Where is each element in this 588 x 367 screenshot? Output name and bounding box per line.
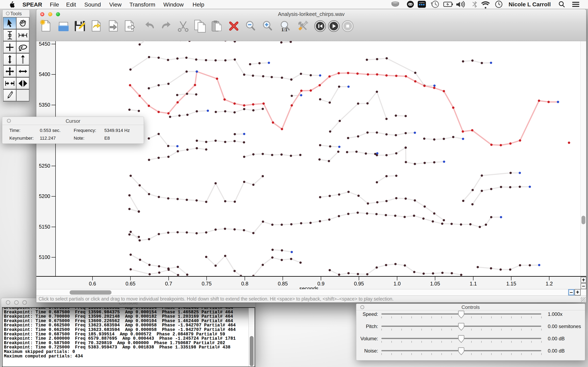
svg-text:Nicole L Carroll: Nicole L Carroll: [509, 1, 551, 8]
svg-text:GoPro: GoPro: [419, 2, 424, 4]
svg-text:1:1: 1:1: [282, 27, 287, 32]
